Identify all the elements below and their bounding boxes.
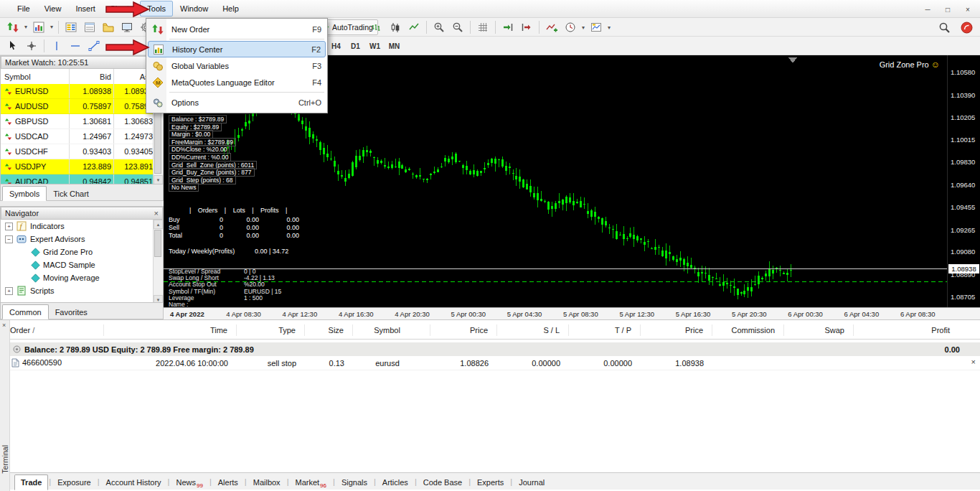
balance-row[interactable]: Balance: 2 789.89 USD Equity: 2 789.89 F…: [10, 342, 980, 356]
chart-shift-icon[interactable]: [517, 19, 536, 36]
menu-item-options[interactable]: OptionsCtrl+O: [146, 94, 327, 111]
order-row[interactable]: 4666005902022.04.06 10:00:00sell stop0.1…: [10, 356, 980, 370]
zoom-out-icon[interactable]: [448, 19, 467, 36]
bar-chart-icon[interactable]: [367, 19, 386, 36]
auto-scroll-icon[interactable]: [499, 19, 517, 36]
timeframe-w1[interactable]: W1: [365, 39, 385, 53]
profiles-chart-icon[interactable]: [29, 19, 48, 36]
terminal-column-price2[interactable]: Price: [641, 324, 712, 336]
expand-icon[interactable]: +: [5, 223, 13, 230]
terminal-column-type[interactable]: Type: [237, 324, 305, 336]
close-order-icon[interactable]: ×: [971, 357, 976, 366]
market-watch-row-audusd[interactable]: AUDUSD0.758970.75897: [1, 99, 154, 114]
terminal-column-tp[interactable]: T / P: [569, 324, 641, 336]
market-watch-tab-tick-chart[interactable]: Tick Chart: [47, 187, 95, 200]
data-window-icon[interactable]: [80, 19, 99, 36]
navigator-scrollbar[interactable]: ▲ ▼: [153, 220, 163, 304]
close-icon[interactable]: ×: [958, 2, 977, 17]
terminal-tab-alerts[interactable]: Alerts: [212, 475, 244, 490]
terminal-tab-experts[interactable]: Experts: [471, 475, 509, 490]
periods-icon[interactable]: [561, 19, 580, 36]
market-watch-titlebar[interactable]: Market Watch: 10:25:51 ×: [1, 56, 163, 69]
cursor-icon[interactable]: [4, 37, 22, 55]
terminal-tab-articles[interactable]: Articles: [377, 475, 414, 490]
navigator-titlebar[interactable]: Navigator ×: [1, 207, 163, 220]
terminal-tab-code-base[interactable]: Code Base: [418, 475, 468, 490]
navigator-item-moving-average[interactable]: Moving Average: [1, 271, 154, 284]
templates-icon[interactable]: [587, 19, 606, 36]
navigator-item-indicators[interactable]: +fIndicators: [1, 220, 154, 233]
column-header-bid[interactable]: Bid: [70, 69, 114, 84]
trendline-icon[interactable]: [85, 37, 103, 55]
close-icon[interactable]: ×: [154, 210, 159, 218]
community-icon[interactable]: [957, 19, 976, 36]
menu-item-history-center[interactable]: History CenterF2: [148, 41, 326, 57]
terminal-tab-trade[interactable]: Trade: [14, 474, 48, 490]
vertical-line-icon[interactable]: [47, 37, 66, 55]
timeframe-h4[interactable]: H4: [326, 39, 346, 53]
navigator-tab-favorites[interactable]: Favorites: [49, 305, 94, 319]
terminal-column-symbol[interactable]: Symbol: [353, 324, 430, 336]
price-scale[interactable]: 1.08938 1.105801.103901.102051.100151.09…: [947, 55, 980, 307]
navigator-item-grid-zone-pro[interactable]: Grid Zone Pro: [1, 246, 154, 258]
timeframe-d1[interactable]: D1: [346, 39, 365, 53]
navigator-tab-common[interactable]: Common: [2, 304, 49, 319]
market-watch-row-usdcad[interactable]: USDCAD1.249671.24973: [1, 129, 154, 144]
scroll-up-icon[interactable]: ▲: [154, 220, 163, 229]
dropdown-arrow-icon[interactable]: ▾: [48, 24, 55, 30]
terminal-tab-mailbox[interactable]: Mailbox: [248, 475, 286, 490]
terminal-tab-market[interactable]: Market96: [289, 475, 332, 490]
close-icon[interactable]: ×: [2, 322, 6, 329]
expand-icon[interactable]: +: [5, 287, 13, 295]
terminal-column-time[interactable]: Time: [104, 324, 237, 336]
terminal-tab-signals[interactable]: Signals: [336, 475, 373, 490]
market-watch-row-usdchf[interactable]: USDCHF0.934030.93405: [1, 144, 154, 159]
dropdown-arrow-icon[interactable]: ▾: [580, 24, 587, 31]
column-header-symbol[interactable]: Symbol: [1, 69, 70, 84]
terminal-tab-exposure[interactable]: Exposure: [52, 475, 96, 490]
menubar-item-insert[interactable]: Insert: [68, 1, 103, 17]
grid-icon[interactable]: [473, 19, 492, 36]
restore-icon[interactable]: □: [938, 2, 957, 17]
market-watch-row-eurusd[interactable]: EURUSD1.089381.08938: [1, 84, 154, 99]
time-axis[interactable]: 4 Apr 20224 Apr 08:304 Apr 12:304 Apr 16…: [164, 307, 980, 319]
market-watch-tab-symbols[interactable]: Symbols: [2, 186, 47, 201]
menubar-item-file[interactable]: File: [10, 1, 37, 17]
menu-item-metaquotes-language-editor[interactable]: MMetaQuotes Language EditorF4: [146, 74, 327, 90]
market-watch-icon[interactable]: [62, 19, 80, 36]
dropdown-arrow-icon[interactable]: ▾: [606, 24, 613, 31]
terminal-tab-journal[interactable]: Journal: [513, 475, 550, 490]
line-chart-icon[interactable]: [405, 19, 423, 36]
market-watch-row-gbpusd[interactable]: GBPUSD1.306811.30683: [1, 114, 154, 129]
terminal-column-sl[interactable]: S / L: [497, 324, 569, 336]
search-icon[interactable]: [935, 19, 953, 36]
minimize-icon[interactable]: ─: [918, 2, 937, 17]
terminal-toggle-icon[interactable]: [118, 19, 136, 36]
navigator-icon[interactable]: [99, 19, 118, 36]
collapse-icon[interactable]: −: [5, 235, 13, 243]
terminal-column-profit[interactable]: Profit: [854, 324, 970, 336]
menubar-item-help[interactable]: Help: [215, 1, 246, 17]
menu-item-global-variables[interactable]: Global VariablesF3: [146, 57, 327, 74]
scrollbar-thumb[interactable]: [154, 230, 161, 257]
terminal-column-size[interactable]: Size: [305, 324, 353, 336]
crosshair-icon[interactable]: [22, 37, 41, 55]
new-order-icon[interactable]: [4, 19, 22, 36]
navigator-item-scripts[interactable]: +Scripts: [1, 284, 154, 297]
terminal-column-commission[interactable]: Commission: [712, 324, 784, 336]
zoom-in-icon[interactable]: [430, 19, 448, 36]
dropdown-arrow-icon[interactable]: ▾: [22, 24, 29, 30]
menubar-item-window[interactable]: Window: [173, 1, 215, 17]
terminal-column-swap[interactable]: Swap: [784, 324, 854, 336]
market-watch-row-usdjpy[interactable]: USDJPY123.889123.891: [1, 159, 154, 174]
terminal-tab-account-history[interactable]: Account History: [100, 475, 167, 490]
menu-item-new-order[interactable]: New OrderF9: [146, 21, 327, 37]
indicators-add-icon[interactable]: [542, 19, 561, 36]
navigator-item-expert-advisors[interactable]: −Expert Advisors: [1, 233, 154, 246]
terminal-tab-news[interactable]: News99: [170, 475, 208, 490]
terminal-column-order[interactable]: Order /: [10, 324, 104, 336]
terminal-column-price[interactable]: Price: [430, 324, 497, 336]
menubar-item-view[interactable]: View: [37, 1, 69, 17]
candlestick-icon[interactable]: [386, 19, 405, 36]
horizontal-line-icon[interactable]: [66, 37, 85, 55]
